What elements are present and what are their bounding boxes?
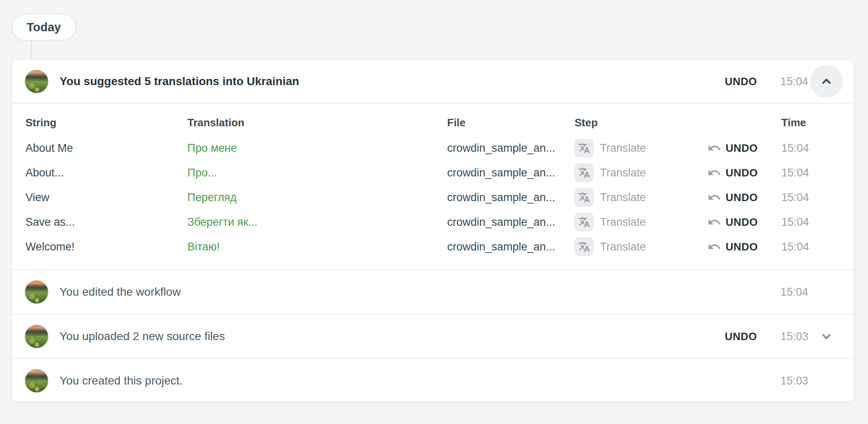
step-cell: Translate bbox=[575, 237, 708, 256]
step-label: Translate bbox=[600, 241, 646, 253]
activity-actions: 15:04 bbox=[780, 276, 843, 308]
table-row: About... Про... crowdin_sample_an... Tra… bbox=[25, 160, 843, 185]
table-row: Save as... Зберегти як... crowdin_sample… bbox=[25, 210, 843, 234]
column-header-string: String bbox=[25, 116, 187, 129]
row-undo-button[interactable]: UNDO bbox=[708, 215, 758, 229]
file-cell: crowdin_sample_an... bbox=[447, 241, 575, 253]
timeline-date-badge: Today bbox=[12, 14, 76, 41]
table-row: About Me Про мене crowdin_sample_an... T… bbox=[25, 136, 843, 160]
row-undo-button[interactable]: UNDO bbox=[708, 166, 758, 180]
user-avatar bbox=[24, 280, 49, 304]
step-label: Translate bbox=[600, 142, 646, 155]
activity-row-uploaded-files: You uploaded 2 new source files UNDO 15:… bbox=[12, 315, 854, 358]
translate-step-icon bbox=[575, 237, 593, 256]
translation-link[interactable]: Про... bbox=[187, 167, 447, 179]
row-time-cell: 15:04 bbox=[758, 216, 844, 229]
column-header-file: File bbox=[447, 116, 575, 129]
row-time-cell: 15:04 bbox=[758, 167, 844, 179]
activity-time: 15:04 bbox=[780, 75, 810, 88]
column-header-translation: Translation bbox=[187, 116, 447, 129]
activity-title: You suggested 5 translations into Ukrain… bbox=[60, 75, 299, 88]
string-cell: Welcome! bbox=[25, 241, 187, 253]
translate-step-icon bbox=[575, 139, 593, 158]
user-avatar bbox=[24, 324, 49, 349]
translation-link[interactable]: Перегляд bbox=[187, 191, 447, 204]
file-cell: crowdin_sample_an... bbox=[447, 142, 575, 155]
activity-title: You created this project. bbox=[60, 374, 182, 387]
table-row: Welcome! Вітаю! crowdin_sample_an... Tra… bbox=[25, 234, 843, 259]
file-cell: crowdin_sample_an... bbox=[447, 167, 575, 179]
step-cell: Translate bbox=[575, 188, 708, 207]
activity-actions: 15:03 bbox=[780, 364, 843, 397]
chevron-placeholder bbox=[810, 364, 843, 397]
step-cell: Translate bbox=[575, 139, 708, 158]
string-cell: About Me bbox=[25, 142, 187, 155]
timeline-connector-line bbox=[31, 41, 32, 60]
file-cell: crowdin_sample_an... bbox=[447, 191, 575, 204]
row-time-cell: 15:04 bbox=[758, 241, 844, 253]
chevron-down-icon bbox=[819, 329, 834, 344]
step-label: Translate bbox=[600, 191, 646, 204]
activity-actions: UNDO 15:04 bbox=[725, 65, 843, 98]
string-cell: Save as... bbox=[25, 216, 187, 229]
row-undo-label: UNDO bbox=[725, 191, 758, 204]
column-header-step: Step bbox=[575, 116, 708, 129]
activity-row-created-project: You created this project. 15:03 bbox=[12, 359, 854, 403]
activity-card: You suggested 5 translations into Ukrain… bbox=[12, 60, 854, 402]
activity-row-edited-workflow: You edited the workflow 15:04 bbox=[12, 270, 854, 314]
string-cell: About... bbox=[25, 167, 187, 179]
translate-step-icon bbox=[575, 213, 593, 232]
undo-arrow-icon bbox=[707, 141, 721, 155]
row-undo-button[interactable]: UNDO bbox=[708, 141, 758, 155]
row-undo-button[interactable]: UNDO bbox=[708, 240, 758, 254]
undo-button[interactable]: UNDO bbox=[725, 330, 757, 343]
table-header-row: String Translation File Step Time bbox=[25, 109, 843, 136]
activity-time: 15:03 bbox=[780, 330, 810, 343]
table-body: About Me Про мене crowdin_sample_an... T… bbox=[25, 136, 843, 259]
step-cell: Translate bbox=[575, 163, 708, 182]
step-label: Translate bbox=[600, 216, 646, 229]
undo-button[interactable]: UNDO bbox=[725, 75, 757, 88]
undo-arrow-icon bbox=[707, 240, 721, 254]
translation-link[interactable]: Зберегти як... bbox=[187, 216, 447, 229]
collapse-button[interactable] bbox=[810, 65, 843, 98]
step-label: Translate bbox=[600, 167, 646, 179]
user-avatar bbox=[24, 368, 49, 393]
translation-link[interactable]: Вітаю! bbox=[187, 241, 447, 253]
timeline-date-label: Today bbox=[27, 21, 61, 34]
row-undo-label: UNDO bbox=[725, 142, 758, 155]
translations-table: String Translation File Step Time About … bbox=[12, 104, 854, 269]
activity-title: You uploaded 2 new source files bbox=[60, 330, 225, 343]
expand-button[interactable] bbox=[810, 320, 843, 353]
activity-time: 15:03 bbox=[780, 375, 810, 387]
activity-time: 15:04 bbox=[780, 286, 810, 299]
translate-step-icon bbox=[575, 188, 593, 207]
translate-step-icon bbox=[575, 163, 593, 182]
row-time-cell: 15:04 bbox=[758, 191, 844, 204]
row-undo-label: UNDO bbox=[725, 167, 758, 179]
row-undo-label: UNDO bbox=[725, 216, 758, 229]
table-row: View Перегляд crowdin_sample_an... Trans… bbox=[25, 185, 843, 210]
step-cell: Translate bbox=[575, 213, 708, 232]
string-cell: View bbox=[25, 191, 187, 204]
chevron-placeholder bbox=[810, 276, 843, 308]
row-undo-label: UNDO bbox=[725, 241, 758, 253]
chevron-up-icon bbox=[819, 74, 834, 89]
undo-arrow-icon bbox=[707, 215, 721, 229]
user-avatar bbox=[24, 69, 49, 94]
activity-row-suggested-translations: You suggested 5 translations into Ukrain… bbox=[12, 60, 854, 103]
row-undo-button[interactable]: UNDO bbox=[708, 190, 758, 204]
activity-actions: UNDO 15:03 bbox=[725, 320, 843, 353]
row-time-cell: 15:04 bbox=[758, 142, 844, 155]
undo-arrow-icon bbox=[707, 190, 721, 204]
activity-title: You edited the workflow bbox=[60, 285, 181, 299]
translation-link[interactable]: Про мене bbox=[187, 142, 447, 155]
column-header-time: Time bbox=[758, 116, 844, 129]
undo-arrow-icon bbox=[707, 166, 721, 180]
file-cell: crowdin_sample_an... bbox=[447, 216, 575, 229]
